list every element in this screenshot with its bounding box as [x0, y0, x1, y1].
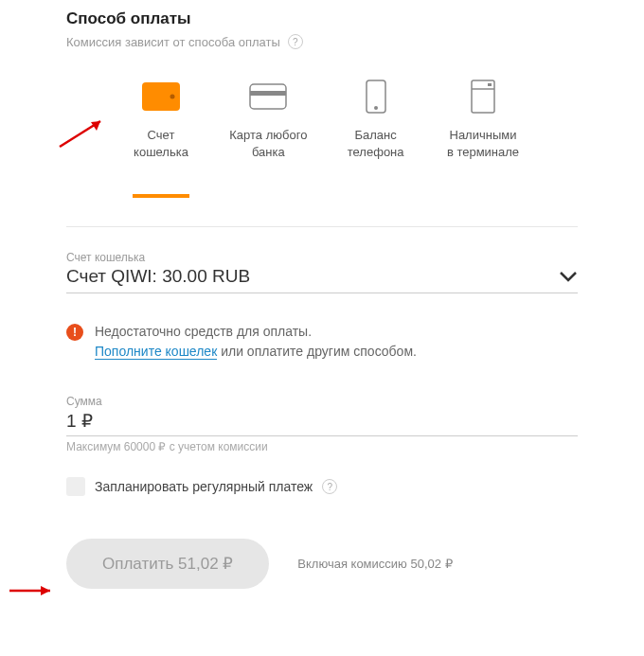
topup-link[interactable]: Пополните кошелек [95, 344, 217, 360]
amount-label: Сумма [66, 395, 578, 408]
phone-label-2: телефона [329, 144, 423, 161]
payment-method-cash[interactable]: Наличными в терминале [436, 78, 530, 188]
account-label: Счет кошелька [66, 251, 578, 264]
card-label-1: Карта любого [221, 127, 315, 144]
account-select[interactable]: Счет QIWI: 30.00 RUB [66, 266, 578, 293]
amount-hint: Максимум 60000 ₽ с учетом комиссии [66, 440, 578, 453]
phone-icon [329, 78, 423, 115]
amount-value: 1 ₽ [66, 411, 93, 431]
payment-method-card[interactable]: Карта любого банка [221, 78, 315, 188]
wallet-label-1: Счет [114, 127, 208, 144]
warning-block: ! Недостаточно средств для оплаты. Попол… [66, 322, 578, 362]
card-label-2: банка [221, 144, 315, 161]
schedule-label: Запланировать регулярный платеж [95, 479, 313, 494]
svg-point-5 [374, 106, 378, 110]
payment-method-wallet[interactable]: Счет кошелька [114, 78, 208, 188]
cash-label-2: в терминале [436, 144, 530, 161]
svg-point-1 [170, 95, 175, 99]
commission-note-text: Комиссия зависит от способа оплаты [66, 35, 280, 49]
help-icon[interactable]: ? [322, 479, 337, 494]
warning-icon: ! [66, 324, 83, 341]
phone-label-1: Баланс [329, 127, 423, 144]
svg-rect-2 [250, 84, 286, 109]
warning-line1: Недостаточно средств для оплаты. [95, 322, 417, 342]
payment-method-phone[interactable]: Баланс телефона [329, 78, 423, 188]
payment-method-tabs: Счет кошелька Карта любого банка [66, 78, 578, 188]
schedule-checkbox[interactable] [66, 477, 85, 496]
warning-line2-rest: или оплатите другим способом. [217, 344, 417, 359]
help-icon[interactable]: ? [288, 34, 303, 49]
page-title: Способ оплаты [66, 9, 578, 28]
commission-summary: Включая комиссию 50,02 ₽ [297, 557, 452, 571]
chevron-down-icon [559, 267, 578, 287]
amount-input[interactable]: 1 ₽ [66, 410, 578, 436]
wallet-icon [114, 78, 208, 115]
account-value: Счет QIWI: 30.00 RUB [66, 266, 250, 287]
terminal-icon [436, 78, 530, 115]
pay-button[interactable]: Оплатить 51,02 ₽ [66, 539, 269, 589]
svg-rect-8 [488, 83, 492, 86]
wallet-label-2: кошелька [114, 144, 208, 161]
cash-label-1: Наличными [436, 127, 530, 144]
svg-rect-3 [250, 91, 286, 96]
divider [66, 226, 578, 227]
card-icon [221, 78, 315, 115]
